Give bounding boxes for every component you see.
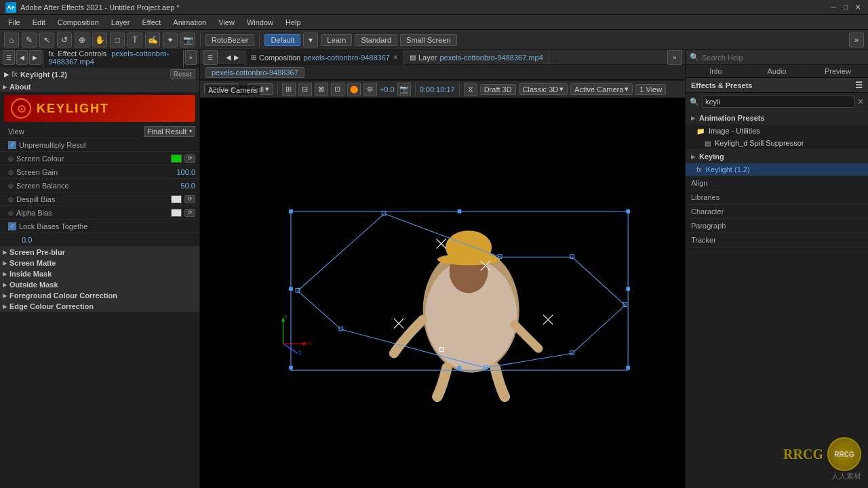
zoom-tool[interactable]: ⊕: [75, 33, 90, 47]
despill-pick[interactable]: ⟳: [184, 195, 195, 203]
tab-audio[interactable]: Audio: [747, 65, 808, 77]
hand-tool[interactable]: ✋: [92, 33, 107, 47]
screen-preblur-group[interactable]: ▶ Screen Pre-blur: [0, 247, 199, 258]
close-button[interactable]: ✕: [853, 3, 863, 12]
ep-menu-icon[interactable]: ☰: [855, 81, 863, 90]
keylight-item[interactable]: fx Keylight (1.2): [686, 163, 868, 176]
comp-tab-prev[interactable]: ◀ ▶: [220, 50, 245, 65]
paint-tool[interactable]: ✍: [145, 33, 160, 47]
tab-info[interactable]: Info: [686, 65, 747, 77]
minimize-button[interactable]: ─: [829, 3, 838, 12]
fg-colour-group[interactable]: ▶ Foreground Colour Correction: [0, 290, 199, 301]
playhead-pin-btn[interactable]: ⧖: [464, 83, 477, 96]
comp-expand-btn[interactable]: »: [667, 50, 682, 65]
workspace-menu-btn[interactable]: ▾: [303, 33, 318, 47]
tab-preview[interactable]: Preview: [808, 65, 868, 77]
menu-view[interactable]: View: [213, 17, 240, 28]
toggle-rulers-btn[interactable]: ⊡: [331, 83, 344, 96]
menu-composition[interactable]: Composition: [52, 17, 104, 28]
classic-3d-btn[interactable]: Classic 3D ▾: [519, 83, 568, 95]
alpha-bias-label: ◎ Alpha Bias: [8, 209, 171, 217]
default-workspace-btn[interactable]: Default: [264, 34, 300, 46]
keying-header[interactable]: ▶ Keying: [686, 150, 868, 163]
screen-matte-group[interactable]: ▶ Screen Matte: [0, 258, 199, 268]
draft-3d-btn[interactable]: Draft 3D: [480, 84, 516, 95]
pen-tool[interactable]: ✎: [22, 33, 37, 47]
rotobezier-btn[interactable]: RotoBezier: [205, 34, 254, 46]
menu-layer[interactable]: Layer: [106, 17, 136, 28]
home-tool[interactable]: ⌂: [4, 33, 19, 47]
menu-window[interactable]: Window: [241, 17, 279, 28]
comp-tab-composition[interactable]: ⊞ Composition pexels-cottonbro-9488367 ✕: [245, 50, 404, 65]
libraries-section[interactable]: Libraries: [686, 190, 868, 205]
fx-expand-icon[interactable]: ▶: [4, 71, 9, 78]
screen-colour-swatch[interactable]: [171, 155, 182, 163]
active-camera-btn[interactable]: Active Camera ▾: [570, 83, 633, 95]
toggle-grid-btn[interactable]: ⊟: [298, 83, 312, 96]
edge-colour-group[interactable]: ▶ Edge Colour Correction: [0, 301, 199, 312]
menu-bar: File Edit Composition Layer Effect Anima…: [0, 15, 868, 30]
value-display[interactable]: 0.0: [22, 236, 32, 244]
comp-tab-label: Composition: [259, 54, 300, 62]
camera-tool[interactable]: 📷: [180, 33, 195, 47]
rrcg-subtext: 人人素材: [783, 471, 861, 481]
screen-balance-value[interactable]: 50.0: [181, 182, 195, 190]
standard-btn[interactable]: Standard: [355, 34, 397, 46]
screen-gain-value[interactable]: 100.0: [176, 168, 195, 176]
search-help-input[interactable]: [702, 54, 864, 62]
camera-btn[interactable]: 📷: [397, 83, 411, 96]
paragraph-section[interactable]: Paragraph: [686, 219, 868, 233]
align-section[interactable]: Align: [686, 176, 868, 190]
outside-mask-group[interactable]: ▶ Outside Mask: [0, 279, 199, 290]
menu-animation[interactable]: Animation: [167, 17, 212, 28]
comp-tab-close[interactable]: ✕: [393, 54, 398, 61]
puppet-tool[interactable]: ✦: [163, 33, 178, 47]
toolbar-expand-btn[interactable]: »: [849, 33, 864, 47]
character-section[interactable]: Character: [686, 205, 868, 219]
image-utilities-item[interactable]: 📁 Image - Utilities: [686, 125, 868, 137]
svg-rect-40: [626, 366, 630, 370]
maximize-button[interactable]: □: [841, 3, 850, 12]
animation-presets-header[interactable]: ▶ Animation Presets: [686, 111, 868, 125]
menu-file[interactable]: File: [3, 17, 26, 28]
left-panel-next-btn[interactable]: ▶: [29, 50, 41, 65]
menu-effect[interactable]: Effect: [136, 17, 166, 28]
despill-swatch[interactable]: [171, 195, 182, 203]
learn-btn[interactable]: Learn: [321, 34, 352, 46]
reset-button[interactable]: Reset: [170, 69, 195, 79]
svg-text:Y: Y: [284, 314, 288, 320]
view-count-btn[interactable]: 1 View: [635, 84, 666, 95]
text-tool[interactable]: T: [127, 33, 142, 47]
select-tool[interactable]: ↖: [39, 33, 54, 47]
view-dropdown[interactable]: Final Result ▾: [144, 126, 195, 137]
menu-help[interactable]: Help: [280, 17, 307, 28]
app-icon: Ae: [5, 2, 16, 13]
alpha-swatch[interactable]: [171, 209, 182, 217]
inside-mask-group[interactable]: ▶ Inside Mask: [0, 268, 199, 279]
about-group[interactable]: ▶ About: [0, 81, 199, 92]
lock-biases-checkbox[interactable]: ✓: [8, 222, 16, 230]
rotate-tool[interactable]: ↺: [57, 33, 72, 47]
menu-edit[interactable]: Edit: [27, 17, 51, 28]
viewer-canvas[interactable]: Y Z X: [254, 100, 678, 481]
toggle-transparency-btn[interactable]: ⊞: [282, 83, 296, 96]
left-panel-menu-btn[interactable]: ☰: [3, 50, 15, 65]
spill-suppressor-item[interactable]: ▤ Keyligh_d Spill Suppressor: [686, 137, 868, 149]
unpremultiply-checkbox[interactable]: ✓: [8, 141, 16, 149]
left-panel-expand-btn[interactable]: »: [185, 50, 197, 65]
comp-tab-name: pexels-cottonbro-9488367: [303, 54, 390, 62]
breadcrumb[interactable]: pexels-cottonbro-9488367: [205, 67, 304, 78]
snapshot-btn[interactable]: ⊕: [363, 83, 377, 96]
left-panel-prev-btn[interactable]: ◀: [16, 50, 28, 65]
comp-tab-layer[interactable]: ▤ Layer pexels-cottonbro-9488367.mp4: [404, 50, 549, 65]
comp-tabs-menu[interactable]: ☰: [203, 50, 218, 65]
color-manage-btn[interactable]: ⬤: [347, 83, 361, 96]
tracker-section[interactable]: Tracker: [686, 233, 868, 247]
toggle-safe-zones-btn[interactable]: ⊠: [315, 83, 328, 96]
rect-tool[interactable]: □: [110, 33, 125, 47]
search-clear-btn[interactable]: ✕: [857, 97, 864, 106]
effects-search-input[interactable]: [702, 96, 854, 108]
screen-colour-pick[interactable]: ⟳: [184, 155, 195, 163]
alpha-pick[interactable]: ⟳: [184, 209, 195, 217]
small-screen-btn[interactable]: Small Screen: [400, 34, 456, 46]
